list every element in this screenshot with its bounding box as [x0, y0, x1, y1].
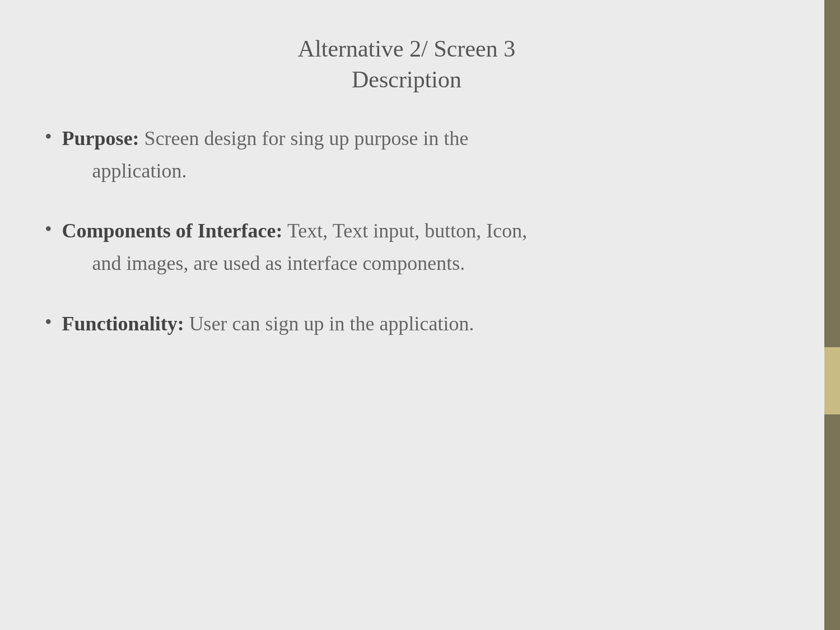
right-sidebar — [824, 0, 840, 630]
components-label: Components of Interface: — [62, 220, 283, 242]
sidebar-bar-bottom — [824, 414, 840, 630]
bullet-text-purpose: Purpose: Screen design for sing up purpo… — [62, 123, 469, 155]
functionality-text: User can sign up in the application. — [184, 312, 474, 335]
purpose-continuation: application. — [92, 155, 469, 188]
sidebar-bar-top — [824, 0, 840, 347]
purpose-text: Screen design for sing up purpose in the — [139, 127, 469, 150]
bullet-dot-functionality: • — [45, 308, 52, 336]
title-line1: Alternative 2/ Screen 3 — [45, 34, 768, 64]
bullet-text-functionality: Functionality: User can sign up in the a… — [62, 308, 474, 340]
components-continuation: and images, are used as interface compon… — [92, 248, 528, 280]
sidebar-bar-middle — [824, 347, 840, 414]
purpose-label: Purpose: — [62, 127, 139, 150]
bullet-dot-purpose: • — [45, 123, 52, 151]
title-line2: Description — [45, 64, 768, 95]
bullet-list: • Purpose: Screen design for sing up pur… — [45, 123, 768, 340]
bullet-item-purpose: • Purpose: Screen design for sing up pur… — [45, 123, 768, 204]
components-text: Text, Text input, button, Icon, — [283, 220, 528, 242]
bullet-item-functionality: • Functionality: User can sign up in the… — [45, 308, 768, 340]
bullet-text-components: Components of Interface: Text, Text inpu… — [62, 215, 528, 248]
title-section: Alternative 2/ Screen 3 Description — [45, 34, 768, 95]
slide-container: Alternative 2/ Screen 3 Description • Pu… — [0, 0, 840, 630]
bullet-item-components: • Components of Interface: Text, Text in… — [45, 215, 768, 296]
functionality-label: Functionality: — [62, 312, 184, 335]
main-content: Alternative 2/ Screen 3 Description • Pu… — [0, 0, 824, 630]
bullet-dot-components: • — [45, 215, 52, 243]
